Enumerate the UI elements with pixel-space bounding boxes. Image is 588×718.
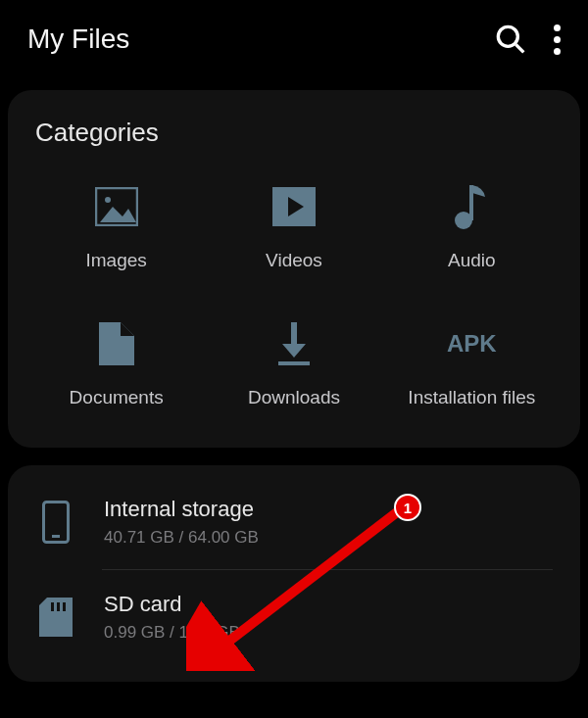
- documents-icon: [93, 320, 140, 367]
- category-audio[interactable]: Audio: [383, 183, 561, 271]
- category-label: Audio: [448, 250, 496, 271]
- svg-rect-19: [63, 602, 66, 611]
- storage-info: Internal storage 40.71 GB / 64.00 GB: [104, 497, 553, 548]
- svg-marker-12: [282, 344, 306, 358]
- header-actions: [495, 24, 561, 55]
- svg-rect-18: [57, 602, 60, 611]
- audio-icon: [448, 183, 495, 230]
- svg-marker-4: [100, 207, 136, 222]
- annotation-badge: 1: [394, 494, 421, 521]
- categories-grid: Images Videos Audio: [27, 183, 561, 408]
- category-videos[interactable]: Videos: [205, 183, 382, 271]
- storage-internal[interactable]: Internal storage 40.71 GB / 64.00 GB: [8, 475, 580, 569]
- category-label: Images: [86, 250, 147, 271]
- apk-icon: APK: [448, 320, 495, 367]
- svg-line-1: [515, 44, 523, 52]
- storage-panel: Internal storage 40.71 GB / 64.00 GB SD …: [8, 465, 580, 682]
- storage-name: SD card: [104, 592, 553, 617]
- storage-sdcard[interactable]: SD card 0.99 GB / 1.86 GB: [8, 570, 580, 664]
- category-label: Videos: [266, 250, 322, 271]
- category-images[interactable]: Images: [27, 183, 205, 271]
- category-downloads[interactable]: Downloads: [205, 320, 382, 408]
- svg-rect-17: [51, 602, 54, 611]
- category-label: Documents: [70, 387, 164, 408]
- sdcard-icon: [35, 597, 76, 638]
- header: My Files: [0, 0, 588, 78]
- svg-marker-9: [99, 322, 134, 365]
- videos-icon: [270, 183, 318, 230]
- storage-size: 0.99 GB / 1.86 GB: [104, 623, 553, 643]
- categories-panel: Categories Images Videos: [8, 90, 580, 448]
- downloads-icon: [270, 320, 318, 367]
- category-installation-files[interactable]: APK Installation files: [383, 320, 561, 408]
- search-icon[interactable]: [495, 24, 526, 55]
- categories-title: Categories: [27, 118, 561, 148]
- svg-rect-13: [278, 361, 310, 365]
- category-documents[interactable]: Documents: [27, 320, 205, 408]
- more-menu-icon[interactable]: [554, 24, 561, 55]
- storage-name: Internal storage: [104, 497, 553, 522]
- storage-info: SD card 0.99 GB / 1.86 GB: [104, 592, 553, 643]
- page-title: My Files: [27, 24, 129, 55]
- category-label: Downloads: [248, 387, 340, 408]
- images-icon: [93, 183, 140, 230]
- category-label: Installation files: [408, 387, 535, 408]
- svg-point-3: [105, 197, 111, 203]
- svg-point-0: [498, 26, 517, 46]
- svg-marker-16: [39, 598, 73, 637]
- svg-rect-15: [52, 535, 60, 538]
- storage-size: 40.71 GB / 64.00 GB: [104, 528, 553, 548]
- svg-marker-10: [121, 322, 134, 336]
- phone-icon: [35, 502, 76, 543]
